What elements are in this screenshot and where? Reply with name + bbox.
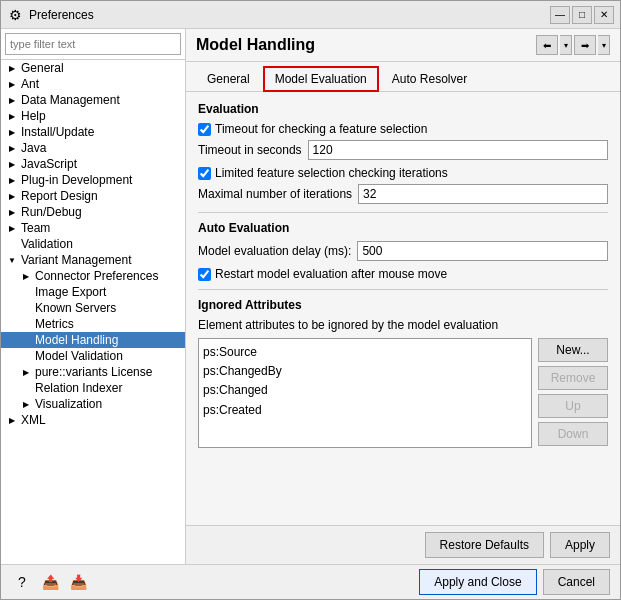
tree-label-report-design: Report Design — [21, 189, 98, 203]
restart-checkbox[interactable] — [198, 268, 211, 281]
nav-arrows: ⬅ ▾ ➡ ▾ — [536, 35, 610, 55]
tree-label-data-management: Data Management — [21, 93, 120, 107]
sidebar-item-data-management[interactable]: ▶Data Management — [1, 92, 185, 108]
sidebar-item-report-design[interactable]: ▶Report Design — [1, 188, 185, 204]
tree-arrow-known-servers — [19, 301, 33, 315]
sidebar-item-plugin-dev[interactable]: ▶Plug-in Development — [1, 172, 185, 188]
sidebar-item-variant-management[interactable]: ▼Variant Management — [1, 252, 185, 268]
search-input[interactable] — [5, 33, 181, 55]
sidebar-item-install-update[interactable]: ▶Install/Update — [1, 124, 185, 140]
remove-button[interactable]: Remove — [538, 366, 608, 390]
tree-label-run-debug: Run/Debug — [21, 205, 82, 219]
tree-arrow-team: ▶ — [5, 221, 19, 235]
tree-arrow-install-update: ▶ — [5, 125, 19, 139]
maximize-button[interactable]: □ — [572, 6, 592, 24]
sidebar-item-ant[interactable]: ▶Ant — [1, 76, 185, 92]
window-controls: — □ ✕ — [550, 6, 614, 24]
export-icon[interactable]: 📤 — [39, 572, 61, 592]
max-iter-input[interactable] — [358, 184, 608, 204]
nav-back-button[interactable]: ⬅ — [536, 35, 558, 55]
max-iter-label: Maximal number of iterations — [198, 187, 352, 201]
new-button[interactable]: New... — [538, 338, 608, 362]
restart-check-row: Restart model evaluation after mouse mov… — [198, 267, 608, 281]
tree-label-java: Java — [21, 141, 46, 155]
tree-arrow-variant-management: ▼ — [5, 253, 19, 267]
tree-arrow-data-management: ▶ — [5, 93, 19, 107]
right-panel: Model Handling ⬅ ▾ ➡ ▾ GeneralModel Eval… — [186, 29, 620, 564]
nav-forward-dropdown[interactable]: ▾ — [598, 35, 610, 55]
max-iter-field-row: Maximal number of iterations — [198, 184, 608, 204]
sidebar-item-validation[interactable]: Validation — [1, 236, 185, 252]
nav-back-dropdown[interactable]: ▾ — [560, 35, 572, 55]
tree-arrow-metrics — [19, 317, 33, 331]
sidebar-item-model-handling[interactable]: Model Handling — [1, 332, 185, 348]
tree-label-relation-indexer: Relation Indexer — [35, 381, 122, 395]
tree-label-known-servers: Known Servers — [35, 301, 116, 315]
sidebar-item-help[interactable]: ▶Help — [1, 108, 185, 124]
cancel-button[interactable]: Cancel — [543, 569, 610, 595]
sidebar-item-known-servers[interactable]: Known Servers — [1, 300, 185, 316]
sidebar-item-xml[interactable]: ▶XML — [1, 412, 185, 428]
up-button[interactable]: Up — [538, 394, 608, 418]
sidebar-item-metrics[interactable]: Metrics — [1, 316, 185, 332]
help-icon[interactable]: ? — [11, 572, 33, 592]
minimize-button[interactable]: — — [550, 6, 570, 24]
tree-arrow-run-debug: ▶ — [5, 205, 19, 219]
timeout-field-row: Timeout in seconds — [198, 140, 608, 160]
tree-label-plugin-dev: Plug-in Development — [21, 173, 132, 187]
panel-body: Evaluation Timeout for checking a featur… — [186, 92, 620, 525]
apply-close-button[interactable]: Apply and Close — [419, 569, 536, 595]
tree-label-model-handling: Model Handling — [35, 333, 118, 347]
ignored-section-title: Ignored Attributes — [198, 298, 608, 312]
tree-label-connector-prefs: Connector Preferences — [35, 269, 158, 283]
auto-evaluation-section-title: Auto Evaluation — [198, 221, 608, 235]
nav-forward-button[interactable]: ➡ — [574, 35, 596, 55]
tab-model-evaluation[interactable]: Model Evaluation — [263, 66, 379, 92]
window-title: Preferences — [29, 8, 550, 22]
footer-icons: ? 📤 📥 — [11, 572, 89, 592]
limited-iter-checkbox[interactable] — [198, 167, 211, 180]
sidebar-item-pure-variants-license[interactable]: ▶pure::variants License — [1, 364, 185, 380]
delay-field-row: Model evaluation delay (ms): — [198, 241, 608, 261]
delay-input[interactable] — [357, 241, 608, 261]
tree-label-general: General — [21, 61, 64, 75]
import-icon[interactable]: 📥 — [67, 572, 89, 592]
tree-arrow-connector-prefs: ▶ — [19, 269, 33, 283]
timeout-input[interactable] — [308, 140, 608, 160]
ignored-list: ps:Sourceps:ChangedByps:Changedps:Create… — [198, 338, 532, 448]
list-item: ps:Created — [203, 401, 527, 420]
sidebar-item-team[interactable]: ▶Team — [1, 220, 185, 236]
sidebar-item-run-debug[interactable]: ▶Run/Debug — [1, 204, 185, 220]
tabs-row: GeneralModel EvaluationAuto Resolver — [186, 62, 620, 92]
sidebar-item-image-export[interactable]: Image Export — [1, 284, 185, 300]
sidebar-item-model-validation[interactable]: Model Validation — [1, 348, 185, 364]
ignored-area: ps:Sourceps:ChangedByps:Changedps:Create… — [198, 338, 608, 448]
close-button[interactable]: ✕ — [594, 6, 614, 24]
sidebar-item-javascript[interactable]: ▶JavaScript — [1, 156, 185, 172]
tree-label-help: Help — [21, 109, 46, 123]
title-bar: ⚙ Preferences — □ ✕ — [1, 1, 620, 29]
down-button[interactable]: Down — [538, 422, 608, 446]
bottom-bar: Restore Defaults Apply — [186, 525, 620, 564]
timeout-checkbox[interactable] — [198, 123, 211, 136]
restore-defaults-button[interactable]: Restore Defaults — [425, 532, 544, 558]
tab-auto-resolver[interactable]: Auto Resolver — [381, 66, 478, 91]
list-item: ps:Source — [203, 343, 527, 362]
tree-arrow-plugin-dev: ▶ — [5, 173, 19, 187]
sidebar-item-relation-indexer[interactable]: Relation Indexer — [1, 380, 185, 396]
tree-arrow-general: ▶ — [5, 61, 19, 75]
apply-button[interactable]: Apply — [550, 532, 610, 558]
tab-general[interactable]: General — [196, 66, 261, 91]
tree-arrow-model-handling — [19, 333, 33, 347]
tree-arrow-visualization: ▶ — [19, 397, 33, 411]
sidebar-item-general[interactable]: ▶General — [1, 60, 185, 76]
timeout-check-label: Timeout for checking a feature selection — [215, 122, 427, 136]
panel-header: Model Handling ⬅ ▾ ➡ ▾ — [186, 29, 620, 62]
sidebar-item-visualization[interactable]: ▶Visualization — [1, 396, 185, 412]
tree-label-variant-management: Variant Management — [21, 253, 132, 267]
sidebar-item-java[interactable]: ▶Java — [1, 140, 185, 156]
list-item: ps:ChangedBy — [203, 362, 527, 381]
sidebar-item-connector-prefs[interactable]: ▶Connector Preferences — [1, 268, 185, 284]
tree-label-javascript: JavaScript — [21, 157, 77, 171]
sidebar: ▶General▶Ant▶Data Management▶Help▶Instal… — [1, 29, 186, 564]
